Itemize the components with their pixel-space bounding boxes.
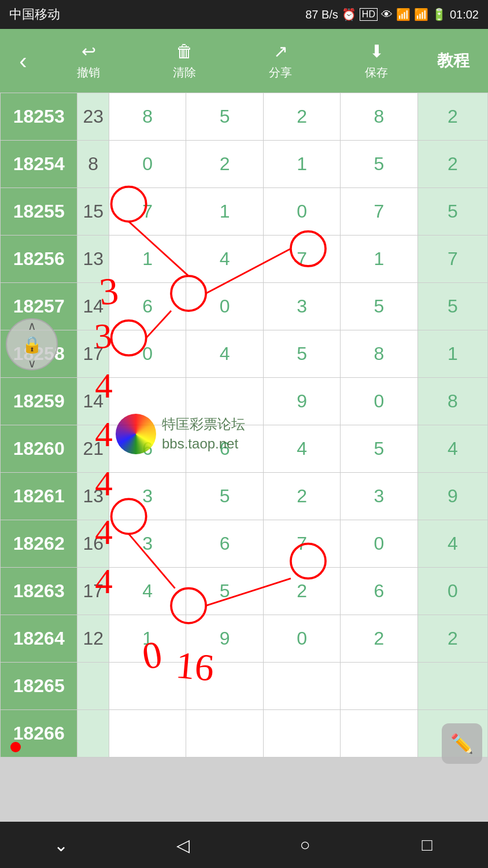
table-row: 182602166454 xyxy=(1,425,488,473)
row-last-cell: 1 xyxy=(417,330,487,378)
row-data-cell: 7 xyxy=(263,520,340,568)
time-text: 01:02 xyxy=(450,8,479,21)
row-data-cell: 3 xyxy=(109,473,186,520)
lock-icon: 🔒 xyxy=(22,335,42,354)
undo-label: 撤销 xyxy=(77,65,100,80)
row-id-cell: 18254 xyxy=(1,141,77,188)
table-row: 182641219022 xyxy=(1,615,488,663)
tutorial-button[interactable]: 教程 xyxy=(424,50,482,72)
table-row: 18254802152 xyxy=(1,141,488,188)
clear-label: 清除 xyxy=(173,65,196,80)
row-data-cell: 3 xyxy=(109,520,186,568)
row-data-cell: 6 xyxy=(186,520,263,568)
row-data-cell xyxy=(263,710,340,757)
row-last-cell: 9 xyxy=(417,473,487,520)
row-data-cell: 6 xyxy=(109,425,186,473)
lock-button[interactable]: ∧ 🔒 ∨ xyxy=(6,318,58,370)
signal-icon: 📶 xyxy=(414,8,428,21)
row-data-cell: 0 xyxy=(341,378,417,425)
row-data-cell xyxy=(109,378,186,425)
table-row: 182571460355 xyxy=(1,283,488,330)
undo-button[interactable]: ↩ 撤销 xyxy=(40,41,136,80)
pen-icon: ✏️ xyxy=(450,733,474,755)
row-data-cell: 9 xyxy=(186,615,263,663)
save-button[interactable]: ⬇ 保存 xyxy=(328,41,424,80)
row-data-cell xyxy=(109,710,186,757)
table-row: 182631745260 xyxy=(1,568,488,615)
bottom-nav: ⌄ ◁ ○ □ xyxy=(0,822,488,868)
row-last-cell: 5 xyxy=(417,283,487,330)
row-data-cell: 1 xyxy=(263,141,340,188)
data-table: 1825323852821825480215218255157107518256… xyxy=(0,93,488,757)
row-data-cell xyxy=(186,378,263,425)
row-data-cell: 7 xyxy=(109,188,186,236)
row-data-cell: 1 xyxy=(341,236,417,283)
row-data-cell: 5 xyxy=(341,425,417,473)
nav-recents-button[interactable]: □ xyxy=(410,827,445,862)
row-data-cell: 8 xyxy=(341,330,417,378)
row-id-cell: 18265 xyxy=(1,663,77,710)
row-last-cell xyxy=(417,663,487,710)
row-data-cell: 7 xyxy=(263,236,340,283)
row-id-cell: 18260 xyxy=(1,425,77,473)
row-id-cell: 18262 xyxy=(1,520,77,568)
table-row: 182532385282 xyxy=(1,93,488,141)
nav-home-button[interactable]: ○ xyxy=(288,827,323,862)
row-data-cell xyxy=(341,710,417,757)
nav-back-button[interactable]: ◁ xyxy=(166,827,201,862)
row-data-cell: 5 xyxy=(186,473,263,520)
row-data-cell xyxy=(263,663,340,710)
row-num-cell xyxy=(77,663,109,710)
eye-icon: 👁 xyxy=(381,8,393,21)
row-data-cell: 7 xyxy=(341,188,417,236)
row-data-cell: 0 xyxy=(263,615,340,663)
row-last-cell: 2 xyxy=(417,615,487,663)
table-row: 1825914908 xyxy=(1,378,488,425)
row-data-cell xyxy=(341,663,417,710)
status-right: 87 B/s ⏰ HD 👁 📶 📶 🔋 01:02 xyxy=(305,8,479,21)
row-data-cell: 2 xyxy=(263,473,340,520)
row-last-cell: 0 xyxy=(417,568,487,615)
row-data-cell: 5 xyxy=(341,283,417,330)
row-num-cell xyxy=(77,710,109,757)
row-data-cell: 2 xyxy=(263,568,340,615)
row-data-cell: 5 xyxy=(186,93,263,141)
table-row: 182621636704 xyxy=(1,520,488,568)
row-data-cell: 2 xyxy=(341,615,417,663)
row-num-cell: 13 xyxy=(77,236,109,283)
row-data-cell: 4 xyxy=(186,330,263,378)
row-last-cell: 2 xyxy=(417,141,487,188)
back-nav-icon: ◁ xyxy=(176,835,190,855)
save-label: 保存 xyxy=(365,65,388,80)
share-button[interactable]: ↗ 分享 xyxy=(232,41,328,80)
row-id-cell: 18263 xyxy=(1,568,77,615)
trash-icon: 🗑 xyxy=(176,42,193,61)
row-data-cell: 0 xyxy=(109,141,186,188)
row-data-cell: 9 xyxy=(263,378,340,425)
row-data-cell: 0 xyxy=(109,330,186,378)
status-bar: 中国移动 87 B/s ⏰ HD 👁 📶 📶 🔋 01:02 xyxy=(0,0,488,29)
edit-pen-button[interactable]: ✏️ xyxy=(442,723,482,764)
row-id-cell: 18261 xyxy=(1,473,77,520)
row-data-cell: 8 xyxy=(109,93,186,141)
row-num-cell: 21 xyxy=(77,425,109,473)
row-data-cell: 3 xyxy=(341,473,417,520)
undo-icon: ↩ xyxy=(82,41,96,61)
clock-icon: ⏰ xyxy=(342,8,356,21)
wifi-icon: 📶 xyxy=(396,8,411,21)
clear-button[interactable]: 🗑 清除 xyxy=(136,42,232,80)
arrow-up-icon: ∧ xyxy=(28,319,36,333)
nav-down-button[interactable]: ⌄ xyxy=(44,827,79,862)
row-num-cell: 12 xyxy=(77,615,109,663)
speed-text: 87 B/s xyxy=(305,8,338,21)
row-last-cell: 4 xyxy=(417,520,487,568)
main-content: 1825323852821825480215218255157107518256… xyxy=(0,93,488,822)
red-dot-indicator xyxy=(10,742,21,752)
carrier-text: 中国移动 xyxy=(9,6,60,23)
row-data-cell xyxy=(109,663,186,710)
row-id-cell: 18253 xyxy=(1,93,77,141)
row-data-cell: 6 xyxy=(186,425,263,473)
back-button[interactable]: ‹ xyxy=(6,38,40,84)
row-id-cell: 18259 xyxy=(1,378,77,425)
table-row: 18265 xyxy=(1,663,488,710)
